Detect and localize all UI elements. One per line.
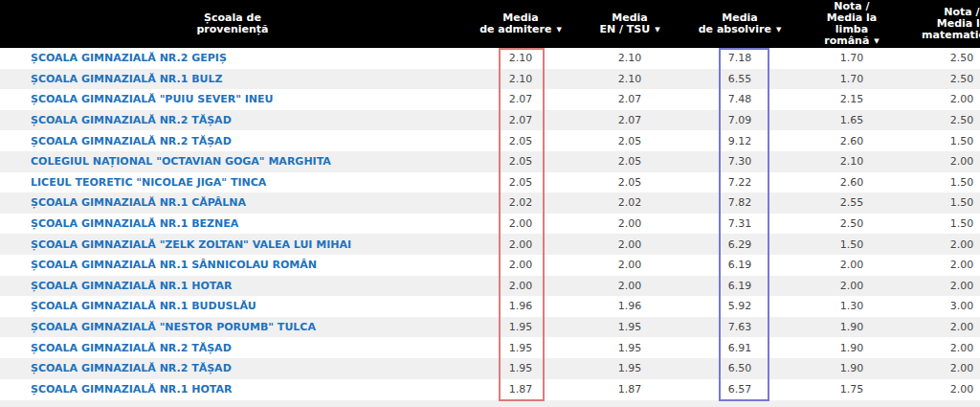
nota-matematica-cell: 2.00 — [907, 155, 980, 168]
column-header-media-admitere[interactable]: Media de admitere▼ — [465, 0, 576, 48]
school-link[interactable]: ȘCOALA GIMNAZIALĂ "NESTOR PORUMB" TULCA — [31, 321, 316, 333]
column-header-nota-matematica[interactable]: Nota / Media la matematică▼ — [907, 0, 980, 48]
media-admitere-cell: 2.00 — [465, 259, 576, 271]
media-absolvire-cell: 6.55 — [683, 73, 796, 85]
school-cell: ȘCOALA GIMNAZIALĂ NR.2 TĂȘAD — [0, 135, 465, 147]
nota-romana-cell: 2.55 — [796, 196, 907, 209]
media-en-tsu-cell: 2.07 — [576, 93, 683, 105]
school-link[interactable]: LICEUL TEORETIC "NICOLAE JIGA" TINCA — [31, 176, 266, 189]
school-link[interactable]: ȘCOALA GIMNAZIALĂ NR.2 GEPIȘ — [31, 52, 227, 64]
media-en-tsu-cell: 2.02 — [576, 196, 683, 209]
school-link[interactable]: ȘCOALA GIMNAZIALĂ "PUIU SEVER" INEU — [31, 93, 273, 105]
school-cell: ȘCOALA GIMNAZIALĂ NR.1 BEZNEA — [0, 217, 465, 230]
media-en-tsu-cell: 1.95 — [576, 362, 683, 374]
column-header-label: de admitere — [479, 23, 551, 35]
media-absolvire-cell: 6.57 — [683, 383, 796, 396]
media-en-tsu-cell: 2.10 — [576, 73, 683, 85]
school-link[interactable]: COLEGIUL NAȚIONAL "OCTAVIAN GOGA" MARGHI… — [31, 155, 331, 168]
table-row: ȘCOALA GIMNAZIALĂ NR.1 BEZNEA 2.00 2.00 … — [0, 214, 980, 235]
sort-desc-icon[interactable]: ▼ — [655, 24, 659, 35]
media-absolvire-cell: 7.82 — [683, 196, 796, 209]
school-cell: ȘCOALA GIMNAZIALĂ "NESTOR PORUMB" TULCA — [0, 321, 465, 333]
school-link[interactable]: ȘCOALA GIMNAZIALĂ NR.1 BULZ — [31, 73, 222, 85]
school-link[interactable]: ȘCOALA GIMNAZIALĂ NR.2 TĂȘAD — [31, 135, 232, 147]
media-admitere-cell: 2.05 — [465, 135, 576, 147]
school-link[interactable]: ȘCOALA GIMNAZIALĂ NR.1 CĂPÂLNA — [31, 196, 246, 209]
media-en-tsu-cell: 2.07 — [576, 114, 683, 126]
nota-matematica-cell: 2.50 — [907, 114, 980, 126]
school-link[interactable]: ȘCOALA GIMNAZIALĂ NR.1 BEZNEA — [31, 217, 238, 230]
sort-desc-icon[interactable]: ▼ — [556, 24, 561, 35]
media-admitere-cell: 2.05 — [465, 176, 576, 189]
nota-romana-cell: 1.70 — [796, 73, 907, 85]
nota-matematica-cell: 2.00 — [907, 93, 980, 105]
nota-matematica-cell: 3.00 — [907, 300, 980, 312]
nota-romana-cell: 1.30 — [796, 300, 907, 312]
media-admitere-cell: 2.10 — [465, 73, 576, 85]
media-absolvire-cell: 9.12 — [683, 135, 796, 147]
column-header-label: Media la — [827, 12, 878, 24]
table-row: ȘCOALA GIMNAZIALĂ NR.1 HOTAR 1.87 1.87 6… — [0, 379, 980, 400]
nota-romana-cell: 1.75 — [796, 383, 907, 396]
media-absolvire-cell: 7.30 — [683, 155, 796, 168]
school-link[interactable]: ȘCOALA GIMNAZIALĂ NR.2 TĂȘAD — [31, 362, 232, 374]
nota-matematica-cell: 1.50 — [907, 135, 980, 147]
media-en-tsu-cell: 1.95 — [576, 342, 683, 354]
nota-romana-cell: 2.60 — [796, 176, 907, 189]
media-absolvire-cell: 6.19 — [683, 259, 796, 271]
media-admitere-cell: 2.00 — [465, 238, 576, 251]
school-link[interactable]: ȘCOALA GIMNAZIALĂ NR.2 TĂȘAD — [31, 114, 232, 126]
nota-romana-cell: 1.50 — [796, 238, 907, 251]
column-header-label: română — [824, 34, 869, 47]
school-link[interactable]: ȘCOALA GIMNAZIALĂ NR.2 TĂȘAD — [31, 342, 232, 354]
school-link[interactable]: ȘCOALA GIMNAZIALĂ NR.1 HOTAR — [31, 280, 232, 292]
nota-romana-cell: 1.65 — [796, 114, 907, 126]
media-admitere-cell: 2.05 — [465, 155, 576, 168]
nota-romana-cell: 2.00 — [796, 259, 907, 271]
table-row: LICEUL TEORETIC "NICOLAE JIGA" TINCA 2.0… — [0, 172, 980, 193]
column-header-media-absolvire[interactable]: Media de absolvire▼ — [683, 0, 796, 48]
table-row: ȘCOALA GIMNAZIALĂ "NESTOR PORUMB" TULCA … — [0, 317, 980, 338]
school-cell: ȘCOALA GIMNAZIALĂ NR.1 CĂPÂLNA — [0, 196, 465, 209]
media-admitere-cell: 1.95 — [465, 342, 576, 354]
school-link[interactable]: ȘCOALA GIMNAZIALĂ "ZELK ZOLTAN" VALEA LU… — [31, 238, 351, 251]
media-en-tsu-cell: 2.00 — [576, 217, 683, 230]
table-row: ȘCOALA GIMNAZIALĂ NR.1 HOTAR 2.00 2.00 6… — [0, 276, 980, 297]
table-row: ȘCOALA GIMNAZIALĂ NR.1 BULZ 2.10 2.10 6.… — [0, 69, 980, 90]
nota-romana-cell: 2.60 — [796, 135, 907, 147]
media-en-tsu-cell: 2.10 — [576, 52, 683, 64]
media-en-tsu-cell: 2.00 — [576, 280, 683, 292]
media-en-tsu-cell: 2.05 — [576, 155, 683, 168]
table-row: ȘCOALA GIMNAZIALĂ NR.2 TĂȘAD 2.07 2.07 7… — [0, 110, 980, 131]
media-admitere-cell: 2.00 — [465, 280, 576, 292]
nota-matematica-cell: 2.00 — [907, 238, 980, 251]
school-cell: LICEUL TEORETIC "NICOLAE JIGA" TINCA — [0, 176, 465, 189]
media-admitere-cell: 2.10 — [465, 52, 576, 64]
school-link[interactable]: ȘCOALA GIMNAZIALĂ NR.1 HOTAR — [31, 383, 232, 396]
school-link[interactable]: ȘCOALA GIMNAZIALĂ NR.1 SÂNNICOLAU ROMÂN — [31, 259, 317, 271]
sort-desc-icon[interactable]: ▼ — [874, 35, 879, 47]
table-body: ȘCOALA GIMNAZIALĂ NR.2 GEPIȘ 2.10 2.10 7… — [0, 48, 980, 399]
nota-romana-cell: 2.10 — [796, 155, 907, 168]
school-cell: ȘCOALA GIMNAZIALĂ NR.2 TĂȘAD — [0, 114, 465, 126]
school-cell: ȘCOALA GIMNAZIALĂ NR.2 TĂȘAD — [0, 342, 465, 354]
school-cell: ȘCOALA GIMNAZIALĂ "ZELK ZOLTAN" VALEA LU… — [0, 238, 465, 251]
school-cell: ȘCOALA GIMNAZIALĂ NR.1 BUDUSLĂU — [0, 300, 465, 312]
column-header-media-en-tsu[interactable]: Media EN / TSU▼ — [576, 0, 683, 48]
column-header-nota-romana[interactable]: Nota / Media la limba română▼ — [796, 0, 907, 48]
table-row: ȘCOALA GIMNAZIALĂ NR.2 GEPIȘ 2.10 2.10 7… — [0, 48, 980, 69]
sort-desc-icon[interactable]: ▼ — [776, 24, 781, 35]
table-row: ȘCOALA GIMNAZIALĂ "PUIU SEVER" INEU 2.07… — [0, 89, 980, 110]
media-en-tsu-cell: 2.00 — [576, 238, 683, 251]
table-row: ȘCOALA GIMNAZIALĂ NR.2 TĂȘAD 1.95 1.95 6… — [0, 337, 980, 358]
column-header-label: Nota / — [834, 1, 869, 12]
nota-matematica-cell: 2.00 — [907, 280, 980, 292]
school-cell: ȘCOALA GIMNAZIALĂ NR.1 BULZ — [0, 73, 465, 85]
nota-romana-cell: 1.90 — [796, 362, 907, 374]
table-row: ȘCOALA GIMNAZIALĂ NR.1 SÂNNICOLAU ROMÂN … — [0, 255, 980, 276]
next-row-partial — [0, 400, 980, 407]
school-link[interactable]: ȘCOALA GIMNAZIALĂ NR.1 BUDUSLĂU — [31, 300, 256, 312]
results-table: Școala de proveniență Media de admitere▼… — [0, 0, 980, 407]
media-absolvire-cell: 7.22 — [683, 176, 796, 189]
results-table-viewport: Școala de proveniență Media de admitere▼… — [0, 0, 980, 407]
